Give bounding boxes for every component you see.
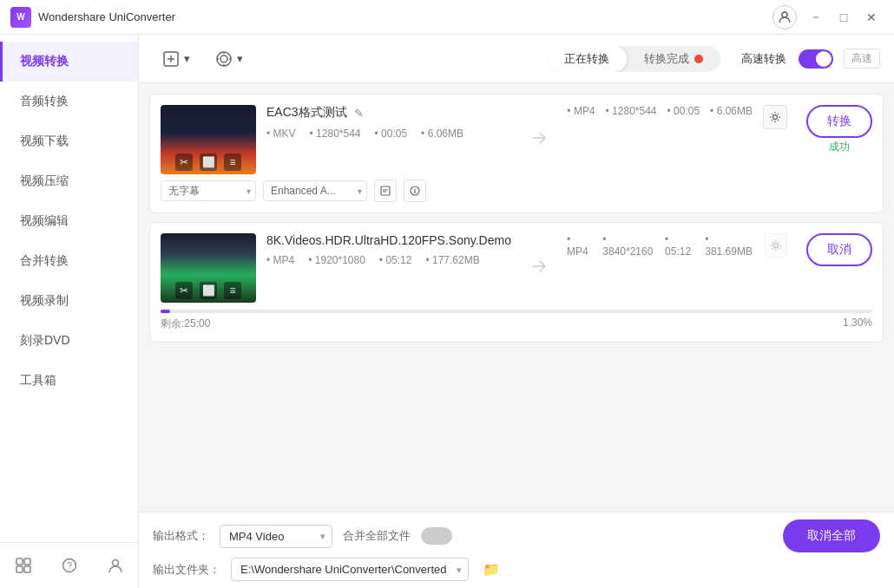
- thumb-controls-1: ✂ ⬜ ≡: [161, 154, 256, 171]
- file-2-info: 8K.Videos.HDR.UltraHD.120FPS.Sony.Demo M…: [266, 233, 511, 273]
- crop-icon-2[interactable]: ⬜: [200, 282, 217, 299]
- svg-rect-1: [16, 559, 23, 565]
- toolbar: ▾ ▾ 正在转换 转换完成 高速转换 高速: [139, 35, 894, 83]
- svg-rect-2: [24, 559, 30, 565]
- svg-point-10: [220, 56, 227, 62]
- layout-icon[interactable]: [11, 553, 36, 578]
- window-controls: － □ ✕: [804, 5, 884, 29]
- list-icon-2[interactable]: ≡: [224, 282, 241, 299]
- speed-hint: 高速: [844, 49, 880, 69]
- file-2-name: 8K.Videos.HDR.UltraHD.120FPS.Sony.Demo: [266, 233, 511, 247]
- sidebar-bottom: ?: [0, 542, 138, 588]
- progress-bar-bg: [161, 310, 872, 313]
- file-2-name-row: 8K.Videos.HDR.UltraHD.120FPS.Sony.Demo: [266, 233, 511, 247]
- convert-button-1[interactable]: 转换: [806, 105, 872, 138]
- progress-percent: 1.30%: [843, 317, 872, 331]
- minimize-button[interactable]: －: [804, 5, 828, 29]
- help-icon[interactable]: ?: [57, 553, 82, 578]
- folder-label: 输出文件夹：: [153, 562, 220, 578]
- info-icon-btn[interactable]: [404, 180, 426, 202]
- file-2-duration: 05:12: [379, 254, 412, 266]
- user-account-icon[interactable]: [103, 553, 128, 578]
- status-toggle: 正在转换 转换完成: [547, 46, 720, 72]
- svg-point-9: [217, 52, 231, 66]
- folder-open-icon[interactable]: 📁: [483, 561, 500, 578]
- svg-rect-3: [16, 566, 23, 572]
- sidebar-item-video-record[interactable]: 视频录制: [0, 281, 138, 321]
- merge-toggle[interactable]: [421, 527, 452, 545]
- file-card-1-top: ✂ ⬜ ≡ EAC3格式测试 ✎ MKV 1280*544: [161, 105, 872, 174]
- thumbnail-2: ✂ ⬜ ≡: [161, 233, 256, 303]
- sidebar-item-video-convert[interactable]: 视频转换: [0, 42, 138, 82]
- sidebar-item-merge-convert[interactable]: 合并转换: [0, 241, 138, 281]
- list-icon[interactable]: ≡: [224, 154, 241, 171]
- sidebar-item-burn-dvd[interactable]: 刻录DVD: [0, 321, 138, 361]
- sidebar-item-audio-convert[interactable]: 音频转换: [0, 82, 138, 121]
- trim-icon-2[interactable]: ✂: [175, 282, 193, 299]
- status-converting-tab[interactable]: 正在转换: [547, 46, 627, 72]
- main-layout: 视频转换 音频转换 视频下载 视频压缩 视频编辑 合并转换 视频录制 刻录DVD…: [0, 35, 894, 588]
- output-1-size: 6.06MB: [710, 105, 753, 117]
- sidebar-item-video-download[interactable]: 视频下载: [0, 121, 138, 161]
- speed-toggle[interactable]: [799, 49, 833, 69]
- app-logo: W: [10, 7, 31, 28]
- format-label: 输出格式：: [153, 528, 209, 544]
- status-done-tab[interactable]: 转换完成: [627, 46, 720, 72]
- folder-select-wrapper: E:\Wondershare UniConverter\Converted: [231, 558, 469, 581]
- svg-text:?: ?: [67, 561, 72, 571]
- file-2-format: MP4: [266, 254, 294, 266]
- file-2-resolution: 1920*1080: [308, 254, 365, 266]
- file-card-2: ✂ ⬜ ≡ 8K.Videos.HDR.UltraHD.120FPS.Sony.…: [149, 222, 884, 343]
- progress-row: 剩余:25:00 1.30%: [161, 310, 872, 331]
- output-2-size: 381.69MB: [705, 233, 754, 258]
- file-1-edit-icon[interactable]: ✎: [354, 107, 364, 120]
- add-file-chevron: ▾: [184, 52, 190, 65]
- close-button[interactable]: ✕: [859, 5, 884, 29]
- file-1-name-row: EAC3格式测试 ✎: [266, 105, 511, 121]
- maximize-button[interactable]: □: [832, 5, 856, 29]
- folder-select[interactable]: E:\Wondershare UniConverter\Converted: [231, 558, 469, 581]
- file-card-2-top: ✂ ⬜ ≡ 8K.Videos.HDR.UltraHD.120FPS.Sony.…: [161, 233, 872, 303]
- output-1-settings[interactable]: [763, 105, 787, 129]
- sidebar: 视频转换 音频转换 视频下载 视频压缩 视频编辑 合并转换 视频录制 刻录DVD…: [0, 35, 139, 588]
- subtitle-icon-btn[interactable]: [374, 180, 397, 202]
- file-1-format: MKV: [266, 127, 296, 140]
- add-file-button[interactable]: ▾: [153, 44, 199, 74]
- success-label-1: 成功: [829, 140, 850, 154]
- file-card-1: ✂ ⬜ ≡ EAC3格式测试 ✎ MKV 1280*544: [149, 94, 884, 213]
- progress-labels: 剩余:25:00 1.30%: [161, 317, 872, 331]
- file-1-meta: MKV 1280*544 00:05 6.06MB: [266, 127, 511, 140]
- format-select[interactable]: MP4 Video: [220, 525, 332, 548]
- arrow-icon-1: [529, 127, 549, 153]
- output-2-settings[interactable]: [765, 233, 787, 258]
- sidebar-item-video-compress[interactable]: 视频压缩: [0, 161, 138, 201]
- trim-icon[interactable]: ✂: [175, 154, 193, 171]
- status-done-label: 转换完成: [644, 51, 689, 67]
- subtitle-select[interactable]: 无字幕: [161, 180, 256, 201]
- cancel-all-button[interactable]: 取消全部: [783, 519, 880, 552]
- enhanced-select[interactable]: Enhanced A...: [263, 180, 367, 201]
- file-2-size: 177.62MB: [425, 254, 479, 266]
- cancel-button-2[interactable]: 取消: [806, 233, 872, 266]
- screen-record-button[interactable]: ▾: [206, 44, 252, 74]
- status-dot: [694, 55, 703, 63]
- thumb-controls-2: ✂ ⬜ ≡: [161, 282, 256, 299]
- file-2-output: MP4 3840*2160 05:12 381.69MB: [567, 233, 754, 258]
- user-avatar[interactable]: [772, 5, 797, 29]
- merge-label: 合并全部文件: [343, 528, 411, 544]
- file-1-name: EAC3格式测试: [266, 105, 347, 121]
- file-1-size: 6.06MB: [421, 127, 463, 140]
- sidebar-item-toolbox[interactable]: 工具箱: [0, 361, 138, 401]
- app-logo-text: W: [16, 12, 24, 22]
- crop-icon[interactable]: ⬜: [200, 154, 217, 171]
- format-select-wrapper: MP4 Video: [220, 525, 332, 548]
- bottom-bar: 输出格式： MP4 Video 合并全部文件 取消全部 输出文件夹： E:\Wo…: [139, 512, 894, 588]
- svg-point-0: [782, 12, 787, 17]
- output-2-resolution: 3840*2160: [602, 233, 654, 258]
- bottom-row-2: 输出文件夹： E:\Wondershare UniConverter\Conve…: [153, 558, 880, 581]
- enhanced-select-wrapper: Enhanced A...: [263, 180, 367, 201]
- sidebar-item-video-edit[interactable]: 视频编辑: [0, 201, 138, 241]
- output-1-resolution: 1280*544: [606, 105, 657, 117]
- file-1-duration: 00:05: [375, 127, 408, 140]
- output-2-duration: 05:12: [665, 233, 694, 258]
